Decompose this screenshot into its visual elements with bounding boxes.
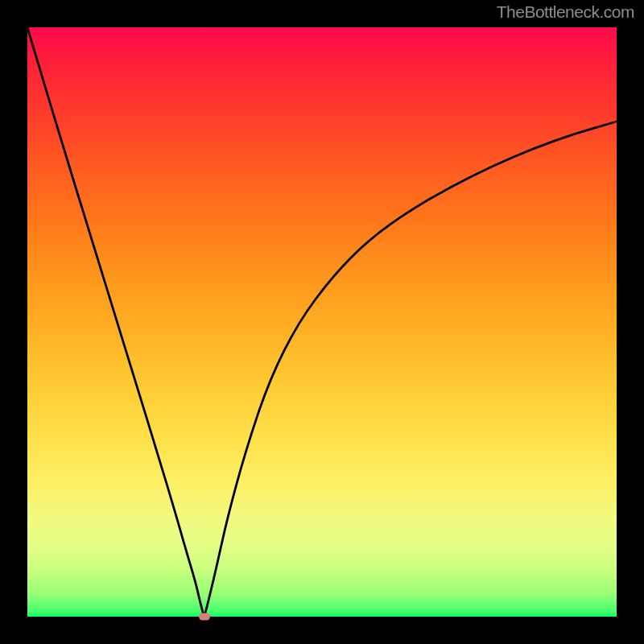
watermark-text: TheBottleneck.com: [497, 2, 634, 22]
curve-layer: [27, 27, 617, 617]
optimal-point-marker: [199, 613, 210, 621]
chart-frame: TheBottleneck.com: [0, 0, 644, 644]
plot-area: [27, 27, 617, 617]
bottleneck-curve: [27, 27, 617, 615]
